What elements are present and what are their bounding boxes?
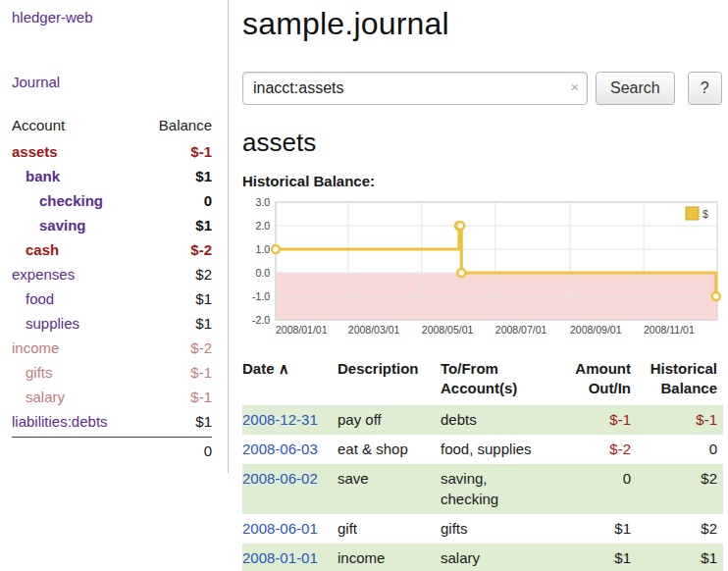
search-box: ×: [242, 72, 588, 105]
help-button[interactable]: ?: [688, 72, 722, 105]
account-row: saving$1: [12, 213, 212, 237]
account-link-income[interactable]: income: [12, 339, 59, 356]
account-link-assets[interactable]: assets: [12, 143, 58, 160]
account-link-supplies[interactable]: supplies: [12, 315, 79, 332]
account-row: liabilities:debts$1: [12, 409, 212, 434]
svg-text:-2.0: -2.0: [252, 314, 270, 326]
account-balance: $-2: [190, 241, 212, 258]
transaction-amount: $1: [550, 544, 637, 571]
transaction-accounts: debts: [441, 405, 550, 435]
svg-text:2008/05/01: 2008/05/01: [422, 324, 474, 336]
description-header-label: Description: [338, 360, 419, 377]
svg-text:2008/09/01: 2008/09/01: [570, 324, 622, 336]
account-row: checking0: [12, 188, 212, 213]
register-table: Date ∧ Description To/From Account(s) Am…: [242, 357, 723, 571]
svg-text:2008/07/01: 2008/07/01: [495, 324, 547, 336]
svg-text:2008/11/01: 2008/11/01: [644, 324, 695, 336]
transaction-balance: $2: [637, 464, 723, 514]
accounts-column-account: Account: [12, 117, 65, 133]
transaction-date-cell: 2008-06-02: [242, 464, 338, 514]
account-link-gifts[interactable]: gifts: [12, 364, 53, 381]
transaction-description: pay off: [338, 405, 441, 435]
sidebar-item-journal[interactable]: Journal: [12, 74, 212, 90]
register-row: 2008-01-01incomesalary$1$1: [242, 544, 723, 571]
account-row: income$-2: [12, 336, 212, 360]
transaction-date-link[interactable]: 2008-06-03: [242, 441, 318, 457]
transaction-amount: $1: [550, 514, 637, 544]
column-header-accounts: To/From Account(s): [441, 357, 550, 405]
account-row: salary$-1: [12, 385, 212, 409]
account-link-saving[interactable]: saving: [12, 217, 86, 234]
accounts-list: assets$-1bank$1checking0saving$1cash$-2e…: [12, 139, 212, 434]
svg-text:1.0: 1.0: [255, 243, 270, 255]
transaction-description: gift: [338, 514, 441, 544]
legend-swatch: [686, 207, 699, 220]
data-point-marker: [272, 245, 280, 253]
app-title-link[interactable]: hledger-web: [12, 9, 212, 26]
page-title: sample.journal: [242, 6, 725, 42]
register-row: 2008-06-03eat & shopfood, supplies$-20: [242, 435, 723, 464]
register-row: 2008-12-31pay offdebts$-1$-1: [242, 405, 723, 435]
account-balance: $-1: [190, 143, 212, 160]
register-rows: 2008-12-31pay offdebts$-1$-12008-06-03ea…: [242, 405, 723, 571]
account-row: assets$-1: [12, 139, 212, 164]
register-row: 2008-06-01giftgifts$1$2: [242, 514, 723, 544]
historical-balance-chart[interactable]: 3.02.01.00.0-1.0-2.02008/01/012008/03/01…: [242, 196, 725, 345]
transaction-date-cell: 2008-12-31: [242, 405, 338, 435]
accounts-header-line2: Account(s): [441, 380, 517, 396]
sidebar: hledger-web Journal Account Balance asse…: [0, 0, 229, 473]
transaction-date-link[interactable]: 2008-01-01: [242, 549, 318, 566]
balance-header-line2: Balance: [660, 380, 717, 396]
legend-label: $: [702, 208, 708, 220]
account-link-checking[interactable]: checking: [12, 192, 103, 209]
main-content: sample.journal × Search ? assets Histori…: [229, 0, 728, 571]
accounts-table-header: Account Balance: [12, 114, 212, 139]
svg-text:2.0: 2.0: [255, 220, 270, 232]
transaction-amount: $-2: [550, 435, 637, 464]
account-balance: $1: [195, 290, 212, 307]
svg-text:-1.0: -1.0: [252, 290, 270, 302]
transaction-balance: $2: [637, 514, 723, 544]
transaction-date-link[interactable]: 2008-12-31: [242, 411, 318, 428]
account-link-food[interactable]: food: [12, 290, 54, 307]
column-header-description: Description: [338, 357, 441, 405]
register-header: Date ∧ Description To/From Account(s) Am…: [242, 357, 723, 405]
accounts-total-row: 0: [12, 437, 212, 461]
clear-search-icon[interactable]: ×: [570, 79, 579, 94]
account-link-cash[interactable]: cash: [12, 241, 59, 258]
account-balance: $1: [195, 315, 212, 332]
svg-text:2008/03/01: 2008/03/01: [348, 324, 400, 336]
account-row: supplies$1: [12, 311, 212, 336]
date-header-label: Date: [242, 360, 275, 377]
search-button[interactable]: Search: [596, 72, 675, 105]
svg-text:0.0: 0.0: [255, 267, 270, 279]
transaction-date-cell: 2008-06-01: [242, 514, 338, 544]
account-row: bank$1: [12, 164, 212, 188]
transaction-description: eat & shop: [338, 435, 441, 464]
transaction-accounts: food, supplies: [441, 435, 550, 464]
account-link-bank[interactable]: bank: [12, 168, 60, 184]
transaction-date-cell: 2008-06-03: [242, 435, 338, 464]
column-header-amount: Amount Out/In: [550, 357, 637, 405]
transaction-description: income: [338, 544, 441, 571]
search-bar: × Search ?: [242, 72, 725, 105]
accounts-column-balance: Balance: [159, 117, 212, 133]
data-point-marker: [456, 222, 464, 230]
account-balance: $1: [195, 413, 212, 430]
search-input[interactable]: [242, 72, 588, 105]
transaction-date-link[interactable]: 2008-06-02: [242, 470, 318, 487]
amount-header-line2: Out/In: [589, 380, 631, 396]
account-balance: $-1: [190, 389, 212, 405]
column-header-date[interactable]: Date ∧: [242, 357, 338, 405]
account-link-liabilities-debts[interactable]: liabilities:debts: [12, 413, 108, 430]
account-link-salary[interactable]: salary: [12, 389, 65, 405]
account-link-expenses[interactable]: expenses: [12, 266, 75, 283]
account-row: cash$-2: [12, 237, 212, 262]
column-header-balance: Historical Balance: [637, 357, 723, 405]
transaction-amount: 0: [550, 464, 637, 514]
sort-ascending-icon: ∧: [279, 360, 289, 377]
transaction-date-link[interactable]: 2008-06-01: [242, 520, 318, 537]
account-balance: $2: [195, 266, 212, 283]
transaction-balance: 0: [637, 435, 723, 464]
account-row: food$1: [12, 286, 212, 311]
